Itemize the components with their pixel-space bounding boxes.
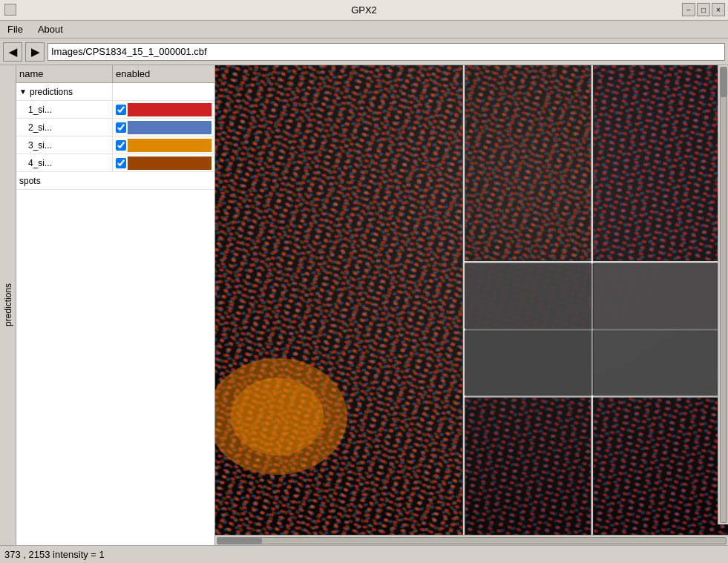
predictions-tab[interactable]: predictions	[0, 65, 16, 545]
maximize-button[interactable]: □	[697, 3, 710, 16]
3si-name: 3_si...	[16, 136, 113, 154]
4si-label: 4_si...	[28, 158, 52, 168]
image-viewport[interactable]: /* spots rendered below */	[215, 65, 728, 535]
4si-name: 4_si...	[16, 154, 113, 171]
svg-rect-15	[465, 65, 591, 260]
svg-point-29	[231, 378, 324, 455]
2si-checkbox[interactable]	[116, 122, 126, 133]
col-name: name	[16, 65, 113, 82]
tree-header: name enabled	[16, 65, 214, 83]
window-controls: − □ ×	[682, 3, 725, 16]
vertical-scrollbar-thumb[interactable]	[721, 68, 727, 97]
sidebar-panel: name enabled ▼ predictions 1_si...	[16, 65, 214, 545]
app-icon	[4, 4, 16, 16]
4si-enabled[interactable]	[113, 154, 214, 171]
spots-label: spots	[19, 176, 41, 186]
1si-name: 1_si...	[16, 101, 113, 118]
window-title: GPX2	[351, 4, 377, 16]
predictions-name: ▼ predictions	[16, 83, 113, 100]
2si-enabled[interactable]	[113, 119, 214, 136]
vertical-scrollbar[interactable]	[718, 65, 728, 524]
sidebar: predictions name enabled ▼ predictions	[0, 65, 215, 545]
minimize-button[interactable]: −	[682, 3, 695, 16]
2si-name: 2_si...	[16, 119, 113, 136]
tree-row-3si[interactable]: 3_si...	[16, 136, 214, 154]
3si-color	[128, 139, 211, 152]
menu-about[interactable]: About	[33, 22, 68, 36]
col-enabled: enabled	[113, 68, 153, 79]
svg-rect-17	[594, 65, 728, 260]
spots-row[interactable]: spots	[16, 172, 214, 190]
back-button[interactable]: ◀	[3, 42, 22, 62]
tree-row-1si[interactable]: 1_si...	[16, 101, 214, 119]
tree-row-4si[interactable]: 4_si...	[16, 154, 214, 172]
menu-bar: File About	[0, 21, 728, 39]
2si-color	[128, 121, 211, 134]
toolbar: ◀ ▶	[0, 39, 728, 65]
predictions-enabled	[113, 83, 214, 100]
expand-icon: ▼	[19, 88, 27, 96]
horizontal-scrollbar[interactable]	[215, 535, 728, 545]
svg-rect-27	[594, 398, 728, 535]
horizontal-scrollbar-track	[217, 537, 727, 544]
vertical-scrollbar-track	[720, 67, 727, 523]
tab-label: predictions	[3, 280, 13, 329]
1si-label: 1_si...	[28, 105, 52, 115]
tree-row-2si[interactable]: 2_si...	[16, 119, 214, 136]
diffraction-pattern: /* spots rendered below */	[215, 65, 728, 535]
status-text: 373 , 2153 intensity = 1	[4, 549, 105, 560]
menu-file[interactable]: File	[3, 22, 27, 36]
svg-rect-33	[465, 263, 591, 396]
svg-rect-32	[594, 263, 728, 396]
filepath-input[interactable]	[47, 43, 725, 61]
status-bar: 373 , 2153 intensity = 1	[0, 545, 728, 563]
title-bar: GPX2 − □ ×	[0, 0, 728, 21]
1si-checkbox[interactable]	[116, 105, 126, 115]
3si-label: 3_si...	[28, 140, 52, 151]
1si-color	[128, 103, 211, 116]
3si-checkbox[interactable]	[116, 140, 126, 151]
svg-rect-25	[465, 398, 591, 535]
predictions-row[interactable]: ▼ predictions	[16, 83, 214, 101]
horizontal-scrollbar-thumb[interactable]	[217, 538, 262, 544]
2si-label: 2_si...	[28, 122, 52, 133]
4si-checkbox[interactable]	[116, 158, 126, 168]
close-button[interactable]: ×	[712, 3, 725, 16]
4si-color	[128, 157, 211, 170]
1si-enabled[interactable]	[113, 101, 214, 118]
3si-enabled[interactable]	[113, 136, 214, 154]
image-area: /* spots rendered below */	[215, 65, 728, 545]
tree-body: ▼ predictions 1_si...	[16, 83, 214, 545]
forward-button[interactable]: ▶	[25, 42, 45, 62]
predictions-label: predictions	[30, 87, 73, 97]
main-content: predictions name enabled ▼ predictions	[0, 65, 728, 545]
